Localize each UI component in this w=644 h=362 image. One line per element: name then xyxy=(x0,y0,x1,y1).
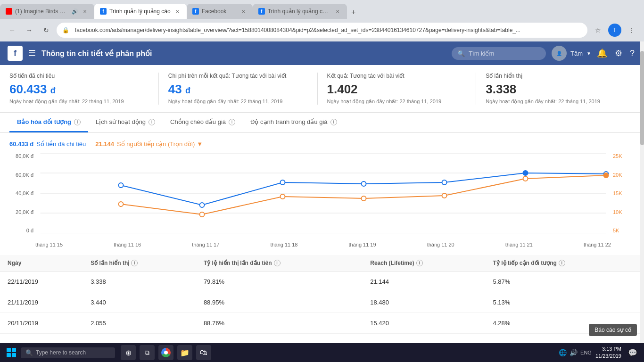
fb-dropdown-arrow[interactable]: ▼ xyxy=(586,51,591,56)
orange-dot-nov21 xyxy=(523,176,528,181)
col-header-date: Ngày xyxy=(0,255,83,272)
taskbar-files-icon[interactable]: 📁 xyxy=(177,345,192,360)
taskbar-search: 🔍 xyxy=(21,347,115,358)
forward-button[interactable]: → xyxy=(23,24,36,37)
cell-date-1: 21/11/2019 xyxy=(0,292,83,313)
orange-dot-nov17 xyxy=(200,212,205,217)
impressions-col-info[interactable]: i xyxy=(131,260,138,266)
youtube-favicon xyxy=(6,8,12,15)
tab-navigation: Bảo hòa đối tượng i Lịch sử hoạt động i … xyxy=(0,113,644,133)
tab-activity-history[interactable]: Lịch sử hoạt động i xyxy=(88,113,163,132)
main-content: Số tiền đã chi tiêu 60.433 đ Ngày hoạt đ… xyxy=(0,65,644,343)
blue-dot-nov20 xyxy=(442,180,447,185)
taskbar-search-input[interactable] xyxy=(36,349,107,356)
taskbar-volume-icon[interactable]: 🔊 xyxy=(570,349,578,356)
tab-auction-overlap[interactable]: Chồng chéo đấu giá i xyxy=(163,113,243,132)
y-right-label-4: 5K xyxy=(613,228,619,233)
col-header-reach: Reach (Lifetime) i xyxy=(363,255,485,272)
tab-ads-2-close[interactable]: ✕ xyxy=(334,8,341,15)
stat-results-label: Kết quả: Tương tác với bài viết xyxy=(327,73,467,79)
tab-ads-manager-2[interactable]: f Trình quản lý quảng cáo - Quản... ✕ xyxy=(253,4,347,19)
x-label-4: tháng 11 19 xyxy=(349,242,376,247)
browser-chrome: (1) Imagine Birds Dragons - 🔊 ✕ f Trình … xyxy=(0,0,644,41)
fb-menu-button[interactable]: ☰ xyxy=(28,48,36,58)
fb-logo: f xyxy=(8,46,23,61)
orange-dot-nov16 xyxy=(119,202,124,206)
x-label-2: tháng 11 17 xyxy=(192,242,219,247)
fb-notifications-button[interactable]: 🔔 xyxy=(595,46,609,60)
legend-reach-label[interactable]: Số người tiếp cận (Trọn đời) ▼ xyxy=(117,140,203,148)
activity-history-info-icon[interactable]: i xyxy=(149,119,155,125)
stat-cpr-value: 43 đ xyxy=(168,82,308,97)
taskbar: 🔍 ⊕ ⧉ 📁 🛍 🌐 🔊 xyxy=(0,343,644,362)
tab-youtube[interactable]: (1) Imagine Birds Dragons - 🔊 ✕ xyxy=(0,4,94,19)
legend-reach-amount: 21.144 xyxy=(95,140,114,148)
auction-overlap-info-icon[interactable]: i xyxy=(229,119,235,125)
stat-results-date: Ngày hoạt động gần đây nhất: 22 tháng 11… xyxy=(327,99,467,105)
y-right-label-2: 15K xyxy=(613,190,622,196)
y-left-label-3: 20,0K đ xyxy=(16,209,33,215)
audience-saturation-info-icon[interactable]: i xyxy=(74,119,81,125)
url-text[interactable]: facebook.com/ads/manager/delivery-insigh… xyxy=(75,27,520,33)
profile-button[interactable]: T xyxy=(608,24,621,37)
y-right-label-1: 20K xyxy=(613,172,622,178)
fb-search-input[interactable] xyxy=(469,50,535,57)
fb-favicon-tab4: f xyxy=(258,8,265,15)
stat-card-impressions: Số lần hiển thị 3.338 Ngày hoạt động gần… xyxy=(486,73,635,105)
cell-reach-rate-0: 5.87% xyxy=(486,272,644,292)
tab-facebook[interactable]: f Facebook ✕ xyxy=(187,4,253,19)
cell-impressions-1: 3.440 xyxy=(83,292,196,313)
report-button[interactable]: Báo cáo sự cố xyxy=(589,324,637,336)
taskbar-app-icons: ⊕ ⧉ 📁 🛍 xyxy=(121,345,211,360)
new-tab-button[interactable]: + xyxy=(347,6,360,19)
y-left-label-2: 40,0K đ xyxy=(16,190,33,196)
stat-card-results: Kết quả: Tương tác với bài viết 1.402 Ng… xyxy=(327,73,477,105)
table-header-row: Ngày Số lần hiển thị i Tỷ lệ hiển thị lầ… xyxy=(0,255,644,272)
tab-ads-manager[interactable]: f Trình quản lý quảng cáo ✕ xyxy=(94,4,187,19)
taskbar-cortana-icon[interactable]: ⊕ xyxy=(121,345,136,360)
reach-col-info[interactable]: i xyxy=(416,260,423,266)
tab-ads-2-title: Trình quản lý quảng cáo - Quản... xyxy=(268,8,331,15)
start-button[interactable] xyxy=(4,345,19,360)
blue-dot-nov17 xyxy=(200,203,205,207)
fb-settings-button[interactable]: ⚙ xyxy=(613,46,624,60)
table-body: 22/11/2019 3.338 79.81% 21.144 5.87% 21/… xyxy=(0,272,644,334)
address-bar: ← → ↻ 🔒 facebook.com/ads/manager/deliver… xyxy=(0,19,644,41)
cell-reach-2: 15.420 xyxy=(363,313,485,334)
tab-youtube-close[interactable]: ✕ xyxy=(81,8,89,15)
reach-rate-col-info[interactable]: i xyxy=(559,260,565,266)
first-rate-col-info[interactable]: i xyxy=(274,260,281,266)
taskbar-network-icon[interactable]: 🌐 xyxy=(559,349,567,356)
cell-first-rate-2: 88.76% xyxy=(196,313,363,334)
taskbar-store-icon[interactable]: 🛍 xyxy=(196,345,211,360)
chart-container: 60.433 đ Số tiền đã chi tiêu 21.144 Số n… xyxy=(0,133,644,255)
back-button[interactable]: ← xyxy=(6,24,19,37)
tab-auction-competition[interactable]: Độ cạnh tranh trong đấu giá i xyxy=(243,113,344,132)
fb-favicon-tab2: f xyxy=(100,8,107,15)
taskbar-chrome-icon[interactable] xyxy=(158,345,173,360)
x-label-1: tháng 11 16 xyxy=(114,242,141,247)
chart-svg xyxy=(35,153,611,233)
stat-impressions-value: 3.338 xyxy=(486,82,625,97)
blue-dot-nov16 xyxy=(119,183,124,188)
tab-audience-saturation[interactable]: Bảo hòa đối tượng i xyxy=(9,113,88,132)
taskbar-notification-button[interactable]: 💬 xyxy=(625,345,640,360)
tab-ads-close[interactable]: ✕ xyxy=(173,8,181,15)
stat-spend-label: Số tiền đã chi tiêu xyxy=(9,73,149,79)
scrollbar[interactable] xyxy=(640,41,644,343)
scrollbar-thumb[interactable] xyxy=(640,51,644,145)
speaker-icon: 🔊 xyxy=(72,8,78,15)
orange-dot-nov18 xyxy=(281,194,285,199)
auction-competition-info-icon[interactable]: i xyxy=(330,119,337,125)
refresh-button[interactable]: ↻ xyxy=(40,24,53,37)
tab-facebook-close[interactable]: ✕ xyxy=(239,8,247,15)
x-label-3: tháng 11 18 xyxy=(270,242,297,247)
fb-help-button[interactable]: ? xyxy=(628,47,636,60)
extensions-button[interactable]: ⋮ xyxy=(625,24,638,37)
taskbar-taskview-icon[interactable]: ⧉ xyxy=(140,345,155,360)
tab-youtube-title: (1) Imagine Birds Dragons - xyxy=(15,8,69,15)
chart-legend: 60.433 đ Số tiền đã chi tiêu 21.144 Số n… xyxy=(9,140,635,148)
x-axis: tháng 11 15 tháng 11 16 tháng 11 17 thán… xyxy=(35,242,611,247)
fb-right-icons: 👤 Tâm ▼ 🔔 ⚙ ? xyxy=(552,46,636,61)
bookmark-button[interactable]: ☆ xyxy=(591,24,604,37)
